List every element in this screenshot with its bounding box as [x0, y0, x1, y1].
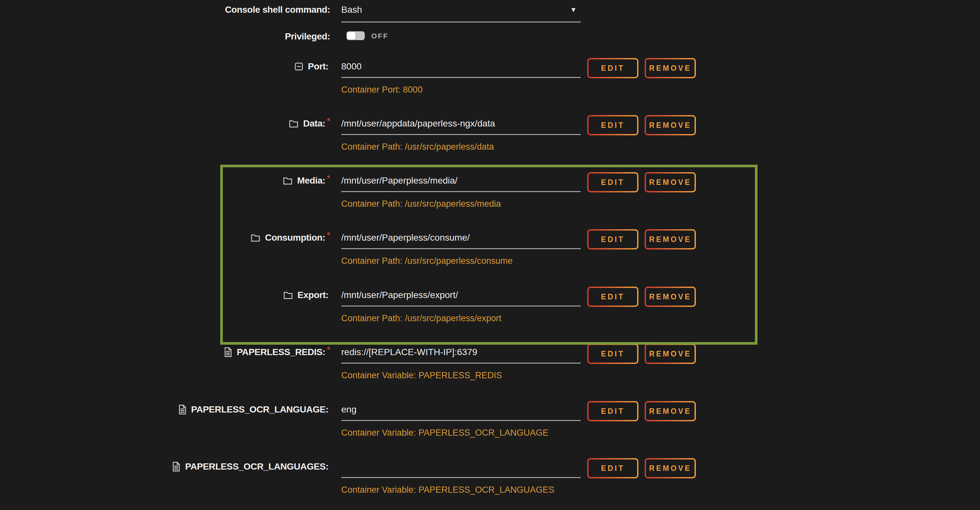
field-row-consumption: Consumption: * /mnt/user/Paperpless/cons… — [0, 230, 980, 272]
edit-button-label: EDIT — [601, 178, 624, 187]
chevron-down-icon: ▼ — [570, 6, 577, 13]
remove-button-label: REMOVE — [649, 407, 692, 416]
document-icon — [224, 347, 232, 357]
field-row-export: Export: /mnt/user/Paperpless/export/ Con… — [0, 287, 980, 330]
field-row-data: Data: * /mnt/user/appdata/paperless-ngx/… — [0, 116, 980, 158]
port-value-field[interactable]: 8000 — [341, 61, 581, 73]
helper-text: Container Port: 8000 — [341, 85, 422, 95]
folder-icon — [289, 119, 299, 128]
field-label: Media: — [297, 175, 325, 186]
input-underline — [341, 22, 581, 22]
edit-button[interactable]: EDIT — [587, 287, 638, 307]
required-asterisk: * — [327, 174, 330, 182]
remove-button-label: REMOVE — [649, 464, 692, 473]
remove-button-label: REMOVE — [649, 121, 692, 130]
edit-button[interactable]: EDIT — [587, 344, 638, 364]
remove-button-label: REMOVE — [649, 178, 692, 187]
paperless-ocr-language-value-field[interactable]: eng — [341, 404, 581, 416]
edit-button[interactable]: EDIT — [587, 401, 638, 421]
remove-button[interactable]: REMOVE — [644, 287, 696, 307]
remove-button-label: REMOVE — [649, 235, 692, 244]
input-underline — [341, 362, 581, 364]
required-asterisk: * — [327, 231, 330, 239]
remove-button[interactable]: REMOVE — [644, 401, 696, 421]
edit-button[interactable]: EDIT — [587, 229, 638, 249]
paperless-ocr-languages-value-field[interactable] — [341, 461, 581, 473]
privileged-toggle[interactable] — [347, 31, 365, 40]
privileged-label-cell: Privileged: — [0, 29, 330, 44]
document-icon — [172, 461, 180, 472]
input-underline — [341, 134, 581, 135]
input-underline — [341, 191, 581, 192]
field-row-paperless-ocr-languages: PAPERLESS_OCR_LANGUAGES: Container Varia… — [0, 459, 980, 501]
privileged-label: Privileged: — [285, 31, 330, 42]
media-path-value-field[interactable]: /mnt/user/Paperpless/media/ — [341, 175, 581, 187]
edit-button[interactable]: EDIT — [587, 58, 638, 78]
edit-button[interactable]: EDIT — [587, 172, 638, 192]
privileged-toggle-state: OFF — [371, 32, 388, 40]
remove-button[interactable]: REMOVE — [644, 172, 696, 192]
export-path-value-field[interactable]: /mnt/user/Paperpless/export/ — [341, 290, 581, 302]
edit-button-label: EDIT — [601, 407, 624, 416]
helper-text: Container Path: /usr/src/paperless/media — [341, 199, 501, 209]
helper-text: Container Path: /usr/src/paperless/expor… — [341, 313, 501, 324]
field-row-port: Port: 8000 Container Port: 8000 EDIT REM… — [0, 59, 980, 101]
edit-button-label: EDIT — [601, 464, 624, 473]
required-asterisk: * — [327, 117, 330, 125]
folder-icon — [283, 176, 293, 185]
edit-button-label: EDIT — [601, 121, 624, 130]
data-path-value-field[interactable]: /mnt/user/appdata/paperless-ngx/data — [341, 118, 581, 130]
input-underline — [341, 477, 581, 478]
helper-text: Container Path: /usr/src/paperless/consu… — [341, 256, 512, 266]
input-underline — [341, 420, 581, 421]
remove-button[interactable]: REMOVE — [644, 344, 696, 364]
input-underline — [341, 305, 581, 307]
remove-button[interactable]: REMOVE — [644, 115, 696, 135]
folder-icon — [251, 234, 260, 242]
paperless-redis-value-field[interactable]: redis://[REPLACE-WITH-IP]:6379 — [341, 347, 581, 359]
remove-button[interactable]: REMOVE — [644, 229, 696, 249]
helper-text: Container Path: /usr/src/paperless/data — [341, 142, 494, 152]
field-row-media: Media: * /mnt/user/Paperpless/media/ Con… — [0, 173, 980, 215]
toggle-knob — [347, 32, 356, 40]
field-row-paperless-redis: PAPERLESS_REDIS: * redis://[REPLACE-WITH… — [0, 344, 980, 387]
port-icon — [294, 62, 303, 71]
console-shell-command-value: Bash — [341, 5, 362, 15]
helper-text: Container Variable: PAPERLESS_REDIS — [341, 370, 502, 381]
field-label: PAPERLESS_REDIS: — [237, 347, 326, 357]
helper-text: Container Variable: PAPERLESS_OCR_LANGUA… — [341, 428, 548, 438]
field-label: PAPERLESS_OCR_LANGUAGE: — [191, 404, 329, 415]
field-label: Consumption: — [265, 232, 325, 243]
remove-button-label: REMOVE — [649, 64, 692, 73]
consumption-path-value-field[interactable]: /mnt/user/Paperpless/consume/ — [341, 232, 581, 244]
remove-button-label: REMOVE — [649, 292, 692, 301]
field-label: Port: — [308, 61, 329, 72]
field-label: Data: — [303, 118, 325, 129]
document-icon — [178, 404, 187, 415]
edit-button[interactable]: EDIT — [587, 458, 638, 478]
console-shell-command-label-cell: Console shell command: — [0, 3, 330, 17]
input-underline — [341, 248, 581, 249]
remove-button[interactable]: REMOVE — [644, 58, 696, 78]
folder-icon — [283, 291, 293, 300]
edit-button-label: EDIT — [601, 235, 624, 244]
helper-text: Container Variable: PAPERLESS_OCR_LANGUA… — [341, 485, 554, 495]
remove-button[interactable]: REMOVE — [644, 458, 696, 478]
field-label: Export: — [298, 290, 329, 300]
input-underline — [341, 77, 581, 78]
field-row-paperless-ocr-language: PAPERLESS_OCR_LANGUAGE: eng Container Va… — [0, 402, 980, 444]
console-shell-command-select[interactable]: Bash ▼ — [341, 2, 581, 23]
remove-button-label: REMOVE — [649, 350, 692, 358]
edit-button-label: EDIT — [601, 292, 624, 301]
edit-button-label: EDIT — [601, 64, 624, 73]
console-shell-command-label: Console shell command: — [225, 5, 330, 15]
field-label: PAPERLESS_OCR_LANGUAGES: — [185, 461, 329, 472]
edit-button-label: EDIT — [601, 350, 624, 358]
edit-button[interactable]: EDIT — [587, 115, 638, 135]
required-asterisk: * — [327, 346, 330, 354]
